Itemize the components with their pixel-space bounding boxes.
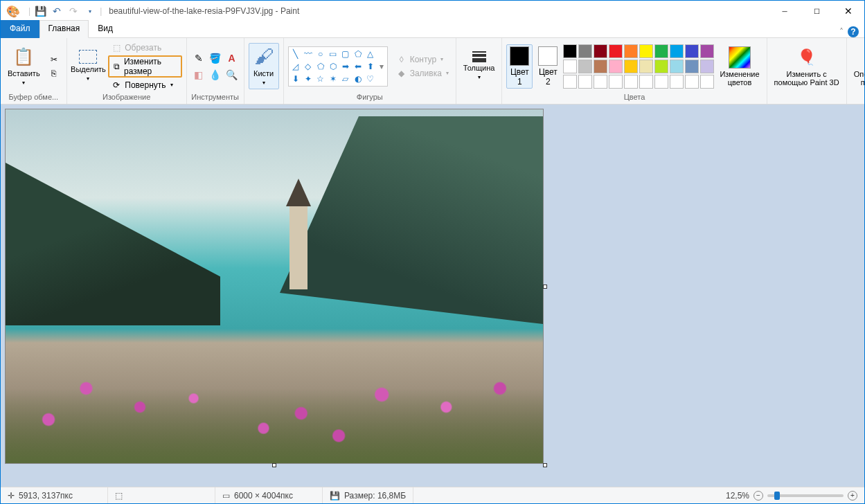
shape-diamond[interactable]: ◇ xyxy=(303,61,314,72)
save-icon[interactable]: 💾 xyxy=(33,4,47,18)
eraser-tool[interactable]: ◧ xyxy=(191,67,206,82)
shape-star4[interactable]: ✦ xyxy=(303,73,314,84)
select-button[interactable]: Выделить ▾ xyxy=(71,48,106,84)
bucket-tool[interactable]: 🪣 xyxy=(208,51,223,66)
palette-swatch[interactable] xyxy=(624,44,638,58)
outline-button[interactable]: ◊Контур▾ xyxy=(393,53,452,66)
shape-roundrect[interactable]: ▢ xyxy=(340,48,351,60)
shape-callout[interactable]: ▱ xyxy=(340,73,351,84)
fill-button[interactable]: ◆Заливка▾ xyxy=(393,67,452,80)
palette-swatch[interactable] xyxy=(578,44,592,58)
palette-swatch[interactable] xyxy=(609,44,623,58)
palette-swatch[interactable] xyxy=(578,75,592,89)
palette-swatch[interactable] xyxy=(685,44,699,58)
rotate-button[interactable]: ⟳Повернуть▾ xyxy=(108,79,181,91)
palette-swatch[interactable] xyxy=(624,75,638,89)
canvas[interactable] xyxy=(5,109,544,464)
tab-home[interactable]: Главная xyxy=(39,20,89,38)
undo-icon[interactable]: ↶ xyxy=(50,4,64,18)
group-tools: ✎ 🪣 A ◧ 💧 🔍 Инструменты xyxy=(187,38,244,104)
copy-button[interactable]: ⎘ xyxy=(46,67,62,80)
palette-swatch[interactable] xyxy=(639,75,653,89)
palette-swatch[interactable] xyxy=(609,75,623,89)
product-alert-button[interactable]: i Оповещение продукта xyxy=(851,45,865,88)
shape-oval[interactable]: ○ xyxy=(315,48,326,60)
shape-arrow-u[interactable]: ⬆ xyxy=(365,61,376,72)
palette-swatch[interactable] xyxy=(639,60,653,73)
redo-icon[interactable]: ↷ xyxy=(66,4,80,18)
resize-handle-se[interactable] xyxy=(543,463,547,467)
shape-pentagon[interactable]: ⬠ xyxy=(315,61,326,72)
text-tool[interactable]: A xyxy=(224,51,240,66)
shape-star5[interactable]: ☆ xyxy=(315,73,326,84)
color1-button[interactable]: Цвет 1 xyxy=(506,44,533,89)
shape-arrow-l[interactable]: ⬅ xyxy=(353,61,364,72)
collapse-ribbon-icon[interactable]: ˄ xyxy=(839,27,844,37)
palette-swatch[interactable] xyxy=(700,44,714,58)
palette-swatch[interactable] xyxy=(594,75,607,89)
shape-triangle[interactable]: △ xyxy=(365,48,376,60)
palette-swatch[interactable] xyxy=(563,75,577,89)
palette-swatch[interactable] xyxy=(578,60,592,73)
palette-swatch[interactable] xyxy=(654,44,668,58)
zoom-in-button[interactable]: + xyxy=(848,491,857,501)
crop-button[interactable]: ⬚Обрезать xyxy=(108,42,181,54)
palette-swatch[interactable] xyxy=(685,60,699,73)
palette-swatch[interactable] xyxy=(670,60,684,73)
palette-swatch[interactable] xyxy=(700,75,714,89)
shape-star6[interactable]: ✶ xyxy=(328,73,339,84)
paint3d-button[interactable]: 🎈 Изменить с помощью Paint 3D xyxy=(772,45,842,88)
group-brushes: 🖌 Кисти ▾ xyxy=(244,38,284,104)
palette-swatch[interactable] xyxy=(670,75,684,89)
chevron-down-icon[interactable]: ▾ xyxy=(377,62,386,71)
pencil-tool[interactable]: ✎ xyxy=(191,51,206,66)
shape-rect[interactable]: ▭ xyxy=(328,48,339,60)
shape-line[interactable]: ╲ xyxy=(290,48,301,60)
resize-button[interactable]: ⧉Изменить размер xyxy=(108,55,181,78)
canvas-area[interactable] xyxy=(1,105,864,487)
zoom-thumb[interactable] xyxy=(774,492,780,500)
shape-arrow-r[interactable]: ➡ xyxy=(340,61,351,72)
color2-label: Цвет 2 xyxy=(539,67,558,87)
qat-dropdown-icon[interactable]: ▾ xyxy=(83,4,97,18)
shape-right-triangle[interactable]: ◿ xyxy=(290,61,301,72)
palette-swatch[interactable] xyxy=(654,75,668,89)
zoom-out-button[interactable]: − xyxy=(753,491,763,501)
tab-file[interactable]: Файл xyxy=(1,20,39,38)
resize-handle-e[interactable] xyxy=(543,285,547,289)
palette-swatch[interactable] xyxy=(654,60,668,73)
palette-swatch[interactable] xyxy=(609,60,623,73)
paste-button[interactable]: 📋 Вставить ▾ xyxy=(5,44,43,89)
group-label: Буфер обме... xyxy=(8,93,58,102)
close-button[interactable]: ✕ xyxy=(832,1,864,21)
shape-heart[interactable]: ♡ xyxy=(365,73,376,84)
zoom-slider[interactable] xyxy=(767,494,844,497)
shapes-gallery[interactable]: ╲〰○▭▢⬠△ ◿◇⬠⬡➡⬅⬆ ⬇✦☆✶▱◐♡ ▾ xyxy=(288,46,388,87)
brushes-button[interactable]: 🖌 Кисти ▾ xyxy=(249,43,279,89)
zoom-tool[interactable]: 🔍 xyxy=(224,67,240,82)
palette-swatch[interactable] xyxy=(563,44,577,58)
shape-curve[interactable]: 〰 xyxy=(303,48,314,60)
help-icon[interactable]: ? xyxy=(848,26,859,37)
color2-button[interactable]: Цвет 2 xyxy=(535,45,560,88)
palette-swatch[interactable] xyxy=(639,44,653,58)
shape-arrow-d[interactable]: ⬇ xyxy=(290,73,301,84)
palette-swatch[interactable] xyxy=(670,44,684,58)
palette-swatch[interactable] xyxy=(594,60,607,73)
shape-hexagon[interactable]: ⬡ xyxy=(328,61,339,72)
palette-swatch[interactable] xyxy=(624,60,638,73)
size-button[interactable]: Толщина ▾ xyxy=(461,50,498,83)
palette-swatch[interactable] xyxy=(700,60,714,73)
palette-swatch[interactable] xyxy=(594,44,607,58)
tab-view[interactable]: Вид xyxy=(89,20,122,38)
palette-swatch[interactable] xyxy=(563,60,577,73)
minimize-button[interactable]: ─ xyxy=(769,1,801,21)
shape-callout2[interactable]: ◐ xyxy=(353,73,364,84)
maximize-button[interactable]: ☐ xyxy=(801,1,832,21)
resize-handle-s[interactable] xyxy=(272,463,276,467)
picker-tool[interactable]: 💧 xyxy=(208,67,223,82)
palette-swatch[interactable] xyxy=(685,75,699,89)
shape-polygon[interactable]: ⬠ xyxy=(353,48,364,60)
edit-colors-button[interactable]: Изменение цветов xyxy=(717,45,762,88)
cut-button[interactable]: ✂ xyxy=(46,53,62,66)
